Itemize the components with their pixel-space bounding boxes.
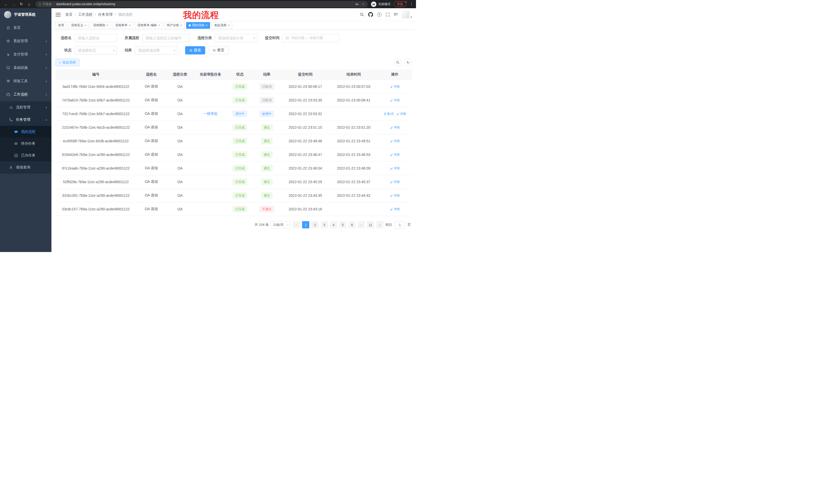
browser-menu-icon[interactable]: ⋮ <box>410 2 413 6</box>
result-badge: 通过 <box>261 165 272 171</box>
detail-link[interactable]: 详情 <box>390 125 400 130</box>
incognito-icon <box>371 2 376 7</box>
breadcrumb-item[interactable]: 任务管理 <box>98 12 113 17</box>
help-icon[interactable]: ? <box>377 12 382 17</box>
browser-home-icon[interactable]: ⌂ <box>26 1 32 7</box>
sidebar-item-workflow[interactable]: 工作流程 ∧ <box>0 88 51 101</box>
sidebar: 芋道管理系统 首页 ⚙ 系统管理 ∨ ¥ 支付管理 ∨ <box>0 8 51 252</box>
sidebar-item-infrastructure[interactable]: 基础设施 ∨ <box>0 61 51 75</box>
cancel-link[interactable]: 取消 <box>384 112 393 116</box>
page-button[interactable]: 4 <box>330 221 337 228</box>
task-management-submenu: 我的流程 待办任务 已办任务 <box>0 126 51 161</box>
process-name-input[interactable] <box>75 34 117 42</box>
result-select[interactable] <box>135 46 177 54</box>
reset-button[interactable]: ↻ 重置 <box>209 46 229 54</box>
browser-reload-icon[interactable]: ↻ <box>18 1 25 7</box>
process-id: ec45f38f-7b9a-11ec-b03b-acde48001122 <box>55 134 136 148</box>
sidebar-item-process-management[interactable]: 流程管理 ∨ <box>0 101 51 114</box>
close-icon[interactable]: × <box>180 24 182 27</box>
close-icon[interactable]: × <box>85 24 86 27</box>
detail-link[interactable]: 详情 <box>390 193 400 198</box>
bookmark-star-icon[interactable]: ☆ <box>362 2 365 6</box>
close-icon[interactable]: × <box>107 24 108 27</box>
table-row: 52ffd28e-7b9a-11ec-a290-acde48001122 OA … <box>55 175 412 189</box>
sidebar-item-todo-tasks[interactable]: 待办任务 <box>0 138 51 149</box>
tab-start-process[interactable]: 发起流程× <box>212 22 232 29</box>
detail-link[interactable]: 详情 <box>390 207 400 212</box>
next-page-button[interactable]: › <box>376 221 383 228</box>
search-button[interactable]: 搜索 <box>185 46 205 54</box>
tab-my-process[interactable]: 我的流程× <box>186 22 210 29</box>
detail-link[interactable]: 详情 <box>390 180 400 184</box>
page-size-select[interactable]: 10条/页 ▾ <box>271 221 291 228</box>
page-button[interactable]: 1 <box>302 221 309 228</box>
status-select[interactable] <box>75 46 117 54</box>
browser-back-icon[interactable]: ← <box>3 1 9 7</box>
browser-forward-icon[interactable]: → <box>10 1 17 7</box>
close-icon[interactable]: × <box>228 24 230 27</box>
detail-link[interactable]: 详情 <box>390 152 400 157</box>
current-task-link[interactable]: 一级审批 <box>203 111 217 116</box>
font-size-icon[interactable]: TT <box>394 12 398 17</box>
user-avatar[interactable]: ▾ <box>402 11 412 19</box>
start-process-button[interactable]: + 发起流程 <box>55 59 79 66</box>
table-header-row: 编号 流程名 流程分类 当前审批任务 状态 结果 提交时间 结束时间 操作 <box>55 69 412 80</box>
detail-link[interactable]: 详情 <box>390 85 400 89</box>
status-badge: 已完成 <box>233 206 247 212</box>
page-button[interactable]: 6 <box>348 221 356 228</box>
tab-home[interactable]: 首页 <box>55 22 67 29</box>
chevron-down-icon: ∨ <box>45 80 47 83</box>
github-icon[interactable] <box>368 12 373 17</box>
category-select[interactable] <box>215 34 257 42</box>
security-warning[interactable]: ⚠ 不安全 <box>38 2 52 6</box>
tags-view: 首页 流程定义× 流程模型× 流程表单× 流程表单-编辑× 用户分组× 我的流程… <box>51 21 416 30</box>
detail-link[interactable]: 详情 <box>390 166 400 171</box>
breadcrumb-item[interactable]: 首页 <box>65 12 73 17</box>
page-button[interactable]: 2 <box>311 221 318 228</box>
app-title: 芋道管理系统 <box>14 12 35 17</box>
sidebar-item-leave-query[interactable]: 请假查询 <box>0 161 51 174</box>
tab-process-model[interactable]: 流程模型× <box>90 22 111 29</box>
sidebar-toggle-icon[interactable] <box>55 12 61 17</box>
page-button[interactable]: 5 <box>339 221 346 228</box>
browser-update-button[interactable]: 更新 <box>394 1 407 7</box>
check-square-icon <box>14 153 19 158</box>
close-icon[interactable]: × <box>158 24 160 27</box>
tab-user-group[interactable]: 用户分组× <box>164 22 185 29</box>
more-pages-button[interactable]: ··· <box>358 221 365 228</box>
tab-process-definition[interactable]: 流程定义× <box>69 22 89 29</box>
tab-process-form[interactable]: 流程表单× <box>113 22 133 29</box>
sidebar-item-system-management[interactable]: ⚙ 系统管理 ∨ <box>0 34 51 48</box>
toggle-search-button[interactable] <box>394 59 401 66</box>
filter-label-status: 状态 <box>55 48 72 53</box>
tab-process-form-edit[interactable]: 流程表单-编辑× <box>135 22 162 29</box>
detail-link[interactable]: 详情 <box>390 98 400 103</box>
detail-link[interactable]: 详情 <box>390 139 400 143</box>
sidebar-item-task-management[interactable]: 任务管理 ∧ <box>0 114 51 126</box>
fullscreen-icon[interactable] <box>386 12 390 17</box>
sidebar-item-done-tasks[interactable]: 已办任务 <box>0 149 51 161</box>
filter-label-submit-time: 提交时间 <box>265 36 280 40</box>
start-date-placeholder: 开始日期 <box>291 36 305 40</box>
chevron-up-icon: ∧ <box>45 93 47 96</box>
parent-process-input[interactable] <box>142 34 190 42</box>
submit-time-range-picker[interactable]: 开始日期 - 结束日期 <box>283 34 340 42</box>
prev-page-button[interactable]: ‹ <box>293 221 300 228</box>
sidebar-item-home[interactable]: 首页 <box>0 21 51 34</box>
search-icon[interactable] <box>360 12 364 17</box>
goto-page-input[interactable] <box>395 221 405 228</box>
sidebar-item-payment-management[interactable]: ¥ 支付管理 ∨ <box>0 48 51 61</box>
sidebar-item-my-process[interactable]: 我的流程 <box>0 126 51 138</box>
password-key-icon[interactable] <box>355 2 359 6</box>
col-actions: 操作 <box>378 69 412 80</box>
page-button[interactable]: 11 <box>367 221 374 228</box>
sidebar-item-dev-tools[interactable]: ⚒ 研发工具 ∨ <box>0 75 51 88</box>
breadcrumb-item[interactable]: 工作流程 <box>78 12 93 17</box>
gear-icon: ⚙ <box>6 39 11 44</box>
refresh-table-button[interactable]: ↻ <box>404 59 412 66</box>
close-icon[interactable]: × <box>129 24 131 27</box>
close-icon[interactable]: × <box>206 24 207 27</box>
address-bar[interactable]: ⚠ 不安全 dashboard.yudao.iocoder.cn/bpm/tas… <box>35 1 368 7</box>
page-button[interactable]: 3 <box>321 221 328 228</box>
detail-link[interactable]: 详情 <box>396 112 406 116</box>
